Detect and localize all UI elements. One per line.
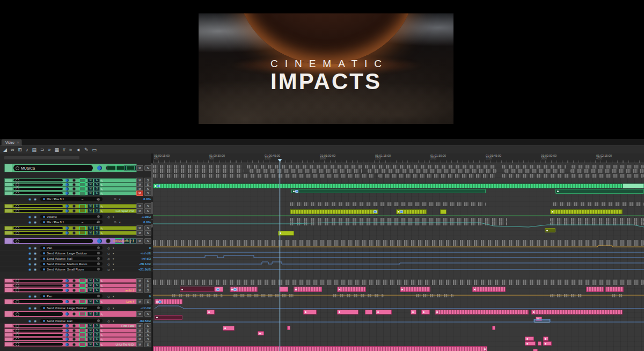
track-strip[interactable]: MS✎ — [4, 178, 137, 182]
audio-clip[interactable] — [472, 287, 506, 292]
magnet-snap-icon[interactable]: ⊃ — [40, 148, 45, 152]
track-row[interactable]: MS✎MS — [0, 279, 153, 283]
mute-button[interactable]: M — [136, 337, 143, 342]
automation-read-icon[interactable]: ◉ — [34, 319, 36, 323]
audio-clip[interactable] — [207, 310, 215, 315]
audio-clip[interactable] — [586, 287, 604, 292]
track-strip[interactable]: MS✎ — [4, 226, 137, 230]
solo-mini-button[interactable]: S — [94, 324, 100, 328]
track-strip[interactable]: MS✎ — [4, 204, 137, 208]
automation-target-icon[interactable]: ◉ — [28, 268, 31, 271]
solo-button[interactable]: S — [144, 299, 151, 304]
clip-fade-handle[interactable] — [156, 301, 158, 303]
pan-knob[interactable] — [65, 338, 69, 341]
tab-video[interactable]: Video × — [2, 140, 21, 146]
solo-mini-button[interactable]: S — [94, 312, 100, 316]
pan-knob[interactable] — [97, 239, 102, 244]
clip-fade-handle[interactable] — [545, 338, 546, 340]
automation-pencil-icon[interactable]: ✎ — [100, 284, 103, 288]
track-name-field[interactable] — [13, 330, 63, 332]
solo-mini-button[interactable]: S — [94, 209, 100, 213]
audio-clip[interactable] — [337, 310, 358, 315]
mute-mini-button[interactable]: M — [87, 283, 93, 288]
clip-fade-handle[interactable] — [526, 343, 528, 345]
track-strip[interactable]: MS✎ — [4, 279, 137, 283]
mute-button[interactable]: M — [136, 299, 143, 304]
timeline-ruler[interactable]: 01:00:15:0045001:00:30:0090001:00:45:001… — [153, 153, 644, 163]
close-icon[interactable]: × — [17, 140, 19, 145]
pan-knob[interactable] — [97, 166, 102, 171]
mute-button[interactable]: M — [136, 342, 143, 347]
automation-pencil-icon[interactable]: ✎ — [100, 183, 103, 187]
automation-lane[interactable]: ◉◉Pan⊙▾0 — [0, 294, 153, 298]
io-buttons[interactable]: MS — [87, 333, 100, 337]
automation-target-icon[interactable]: ◉ — [28, 198, 31, 201]
track-row[interactable]: MS✎MS — [0, 231, 153, 235]
track-collapse-handle[interactable] — [5, 164, 12, 172]
solo-mini-button[interactable]: S — [94, 226, 100, 230]
mute-mini-button[interactable]: M — [87, 337, 93, 341]
track-row[interactable]: MS✎Low ƒMS — [0, 299, 153, 304]
automation-pencil-icon[interactable]: ✎ — [100, 192, 103, 195]
track-strip[interactable]: MS✎ — [4, 283, 137, 288]
monitor-speaker-icon[interactable]: ◄ — [76, 148, 80, 152]
io-buttons[interactable]: MS — [87, 231, 100, 235]
automation-pencil-icon[interactable]: ✎ — [100, 179, 103, 182]
audio-clip[interactable] — [278, 231, 294, 236]
mute-button[interactable]: M — [136, 191, 143, 196]
track-row[interactable]: MS✎MS — [0, 226, 153, 230]
track-name-field[interactable] — [13, 227, 63, 229]
mute-button[interactable]: M — [136, 288, 143, 293]
io-buttons[interactable]: MS — [87, 299, 100, 304]
automation-target-icon[interactable]: ◉ — [28, 221, 31, 224]
mute-mini-button[interactable]: M — [87, 312, 93, 316]
record-arm-button[interactable] — [79, 288, 86, 292]
track-collapse-handle[interactable] — [5, 279, 12, 282]
audio-clip[interactable] — [538, 341, 541, 346]
automation-name-field[interactable]: Send Volume: Medium Room — [40, 262, 103, 266]
solo-mini-button[interactable]: S — [94, 187, 100, 191]
record-arm-button[interactable] — [79, 299, 86, 304]
record-arm-button[interactable] — [79, 187, 86, 191]
pan-knob[interactable] — [65, 209, 69, 213]
track-name-field[interactable] — [13, 343, 63, 346]
track-strip[interactable]: MS✎ — [4, 231, 137, 235]
track-name-field[interactable] — [13, 205, 63, 207]
automation-read-icon[interactable]: ◉ — [34, 252, 36, 255]
track-collapse-handle[interactable] — [5, 238, 12, 244]
record-arm-button[interactable] — [79, 191, 86, 195]
record-arm-button[interactable] — [79, 279, 86, 283]
track-strip[interactable]: MS✎First Flow — [4, 324, 137, 328]
fade-icon[interactable]: ◢ — [3, 148, 7, 152]
record-arm-button[interactable] — [79, 209, 86, 213]
audio-clip[interactable] — [440, 209, 447, 214]
track-strip[interactable]: MS✎Ui Ui Thj Ni Di — [4, 342, 137, 347]
mute-mini-button[interactable]: M — [87, 333, 93, 337]
track-row[interactable]: MS✎ambi ƒMS — [0, 288, 153, 292]
solo-mini-button[interactable]: S — [94, 204, 100, 208]
automation-pencil-icon[interactable]: ✎ — [100, 333, 103, 337]
gain-knob[interactable] — [72, 226, 76, 230]
pan-knob[interactable] — [65, 204, 69, 208]
audio-clip[interactable] — [534, 319, 550, 323]
automation-mini-knob[interactable] — [97, 306, 100, 309]
audio-clip[interactable] — [337, 287, 366, 292]
solo-mini-button[interactable]: S — [94, 288, 100, 292]
gain-knob[interactable] — [72, 183, 76, 186]
automation-target-icon[interactable]: ◉ — [28, 306, 31, 310]
clip-fade-handle[interactable] — [377, 311, 379, 313]
pan-knob[interactable] — [65, 324, 69, 327]
audio-clip[interactable] — [376, 310, 392, 315]
record-arm-button[interactable] — [79, 204, 86, 208]
automation-target-icon[interactable]: ◉ — [28, 295, 31, 298]
gear-icon[interactable]: ⊙ — [107, 294, 110, 298]
automation-name-field[interactable]: Pan — [40, 246, 103, 250]
track-collapse-handle[interactable] — [5, 333, 12, 337]
track-row[interactable]: MS✎MS — [0, 333, 153, 337]
pan-knob[interactable] — [65, 279, 69, 282]
playhead-marker[interactable] — [278, 159, 282, 162]
audio-clip[interactable] — [303, 310, 317, 315]
gain-knob[interactable] — [72, 231, 76, 235]
audio-clip[interactable] — [290, 209, 378, 214]
solo-button[interactable]: S — [144, 208, 151, 214]
